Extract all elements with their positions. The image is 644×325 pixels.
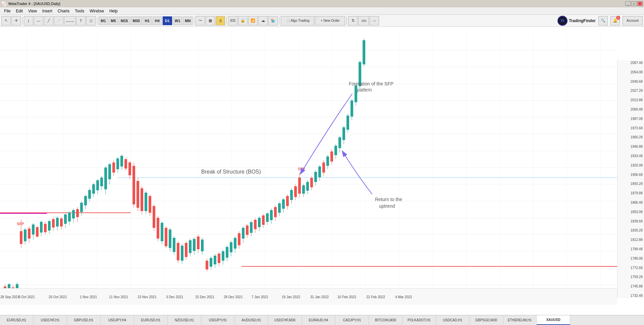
svg-rect-109: [141, 188, 143, 211]
crosshair-tool[interactable]: ✛: [11, 16, 21, 25]
svg-rect-180: [282, 199, 285, 209]
tf-mn[interactable]: MN: [183, 16, 193, 25]
search-btn[interactable]: 🔍: [598, 16, 608, 25]
time-label-1: 8 Oct 2021: [18, 295, 35, 299]
vertical-line-tool[interactable]: |: [24, 16, 33, 25]
algo-trading-btn[interactable]: ⬜ Algo Trading: [281, 16, 314, 25]
tf-m5[interactable]: M5: [109, 16, 118, 25]
instrument-tab-4[interactable]: EURUSD,H1: [134, 315, 168, 325]
tf-d1[interactable]: D1: [163, 16, 172, 25]
svg-rect-55: [32, 224, 35, 235]
price-axis: 2067.48 2054.08 2040.68 2027.28 2013.88 …: [617, 60, 644, 298]
cursor-tool[interactable]: ↖: [1, 16, 11, 25]
app-maximize-button[interactable]: □: [631, 1, 637, 6]
instrument-tab-2[interactable]: GBPUSD,H1: [67, 315, 101, 325]
app-minimize-button[interactable]: _: [625, 1, 631, 6]
zoom-btn[interactable]: 100: [358, 16, 369, 25]
fib-tool[interactable]: ⚊⚊⚊: [64, 16, 75, 25]
ide-btn[interactable]: IDE: [228, 16, 237, 25]
svg-rect-89: [100, 178, 103, 186]
window-title: MetaTrader 4 - [XAUUSD,Daily]: [8, 2, 60, 6]
toolbar-separator-4: [226, 17, 227, 25]
notifications-btn[interactable]: 🔔 1: [610, 16, 620, 25]
menu-edit[interactable]: Edit: [13, 8, 25, 14]
tf-h1[interactable]: H1: [143, 16, 152, 25]
menu-help[interactable]: Help: [107, 8, 120, 14]
app-close-button[interactable]: ✕: [637, 1, 643, 6]
svg-rect-219: [359, 62, 361, 86]
instrument-tab-active[interactable]: XAUUSD: [537, 315, 570, 325]
instrument-tab-9[interactable]: EURAUD,H4: [302, 315, 335, 325]
time-label-8: 28 Dec 2021: [224, 295, 243, 299]
instrument-tab-10[interactable]: CADJPY,H1: [335, 315, 369, 325]
svg-rect-51: [24, 230, 26, 241]
svg-rect-103: [128, 162, 131, 175]
svg-rect-158: [238, 233, 240, 245]
instrument-tab-14[interactable]: GBPSGD,M30: [470, 315, 503, 325]
instrument-tab-6[interactable]: USDJPY,H1: [201, 315, 235, 325]
tf-logo: TF TradingFinder: [557, 16, 596, 26]
svg-rect-184: [290, 190, 293, 200]
tf-m15[interactable]: M15: [119, 16, 130, 25]
svg-rect-63: [48, 221, 51, 231]
algo-s-btn[interactable]: S: [216, 16, 225, 25]
chart-type-bar[interactable]: ▦: [206, 16, 215, 25]
instrument-tab-8[interactable]: USDCHF,M30: [268, 315, 302, 325]
instrument-tab-7[interactable]: AUDUSD,H1: [235, 315, 268, 325]
toolbar: ↖ ✛ | — ╱ ⋰ ⚊⚊⚊ T ◻ M1 M5 M15 M30 H1 H4 …: [0, 15, 644, 27]
svg-text:pattern: pattern: [357, 87, 372, 92]
signal-btn[interactable]: 📶: [248, 16, 258, 25]
chart-container[interactable]: SFP: [0, 27, 644, 315]
svg-rect-213: [346, 116, 349, 130]
svg-rect-137: [197, 237, 200, 249]
channel-tool[interactable]: ⋰: [54, 16, 63, 25]
expand-btn[interactable]: ↔: [370, 16, 379, 25]
tf-m1[interactable]: M1: [99, 16, 108, 25]
price-label-11: 1920.08: [618, 164, 644, 167]
svg-rect-97: [116, 158, 119, 169]
trendline-tool[interactable]: ╱: [44, 16, 53, 25]
menu-insert[interactable]: Insert: [40, 8, 55, 14]
menu-charts[interactable]: Charts: [55, 8, 72, 14]
instrument-tab-0[interactable]: EURUSD,H1: [0, 315, 34, 325]
price-label-12: 1906.68: [618, 173, 644, 177]
menu-window[interactable]: Window: [87, 8, 107, 14]
svg-rect-162: [246, 225, 249, 235]
svg-rect-211: [342, 127, 345, 140]
svg-rect-199: [318, 167, 321, 177]
svg-rect-168: [258, 218, 261, 227]
market-btn[interactable]: 🏪: [268, 16, 278, 25]
zoom-in-btn[interactable]: ⇅: [348, 16, 358, 25]
instrument-tab-5[interactable]: NZDUSD,H1: [168, 315, 201, 325]
menu-file[interactable]: File: [1, 8, 13, 14]
svg-text:uptrend: uptrend: [379, 203, 395, 209]
svg-rect-170: [262, 215, 265, 225]
new-order-btn[interactable]: + New Order: [315, 16, 345, 25]
time-label-10: 19 Jan 2022: [282, 295, 300, 299]
instrument-tab-13[interactable]: USDCAD,H1: [436, 315, 470, 325]
svg-rect-193: [306, 182, 309, 191]
tf-w1[interactable]: W1: [173, 16, 182, 25]
time-label-14: 4 Mar 2022: [395, 295, 412, 299]
text-tool[interactable]: T: [76, 16, 86, 25]
instrument-tab-1[interactable]: USDCHF,H1: [34, 315, 67, 325]
menu-tools[interactable]: Tools: [72, 8, 87, 14]
menu-view[interactable]: View: [25, 8, 40, 14]
instrument-tab-3[interactable]: USDJPY,H4: [101, 315, 134, 325]
tf-h4[interactable]: H4: [153, 16, 162, 25]
svg-rect-195: [310, 178, 313, 187]
horizontal-line-tool[interactable]: —: [34, 16, 43, 25]
svg-rect-203: [326, 156, 329, 166]
instrument-tab-11[interactable]: BITCOIN,M30: [369, 315, 402, 325]
cloud-btn[interactable]: ☁: [258, 16, 268, 25]
tf-m30[interactable]: M30: [130, 16, 142, 25]
svg-rect-67: [56, 218, 59, 226]
chart-type-line[interactable]: 〜: [196, 16, 205, 25]
svg-rect-139: [201, 240, 204, 251]
time-label-9: 7 Jan 2022: [252, 295, 268, 299]
account-btn[interactable]: Account: [623, 16, 643, 25]
lock-btn[interactable]: 🔒: [238, 16, 248, 25]
shapes-tool[interactable]: ◻: [86, 16, 96, 25]
instrument-tab-12[interactable]: POLKADOT,H1: [402, 315, 436, 325]
instrument-tab-15[interactable]: ETHEREUM,H1: [503, 315, 537, 325]
